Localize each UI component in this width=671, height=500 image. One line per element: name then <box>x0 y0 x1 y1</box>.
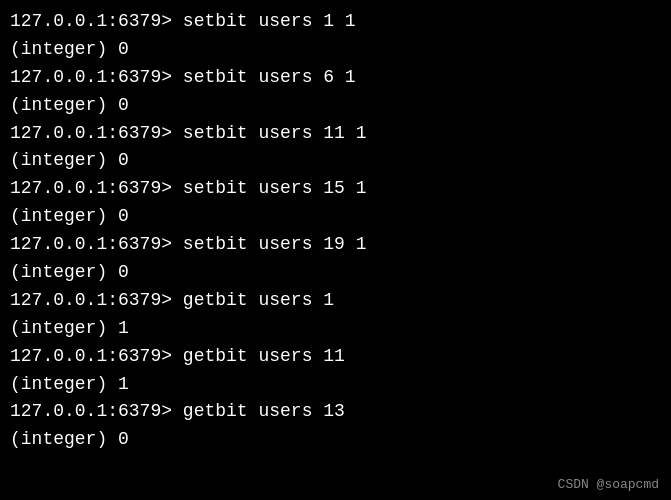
command-line: 127.0.0.1:6379> getbit users 13 <box>10 398 661 426</box>
result-line: (integer) 0 <box>10 259 661 287</box>
command-text: setbit users 19 1 <box>183 234 367 254</box>
command-text: setbit users 11 1 <box>183 123 367 143</box>
prompt: 127.0.0.1:6379> <box>10 346 183 366</box>
prompt: 127.0.0.1:6379> <box>10 401 183 421</box>
command-text: setbit users 15 1 <box>183 178 367 198</box>
command-line: 127.0.0.1:6379> getbit users 1 <box>10 287 661 315</box>
result-line: (integer) 0 <box>10 203 661 231</box>
command-text: getbit users 11 <box>183 346 345 366</box>
command-text: getbit users 13 <box>183 401 345 421</box>
prompt: 127.0.0.1:6379> <box>10 290 183 310</box>
command-line: 127.0.0.1:6379> setbit users 11 1 <box>10 120 661 148</box>
prompt: 127.0.0.1:6379> <box>10 123 183 143</box>
command-text: setbit users 1 1 <box>183 11 356 31</box>
command-text: getbit users 1 <box>183 290 334 310</box>
terminal-window[interactable]: 127.0.0.1:6379> setbit users 1 1(integer… <box>0 0 671 500</box>
result-line: (integer) 0 <box>10 147 661 175</box>
watermark: CSDN @soapcmd <box>558 477 659 492</box>
result-line: (integer) 1 <box>10 315 661 343</box>
result-line: (integer) 0 <box>10 92 661 120</box>
prompt: 127.0.0.1:6379> <box>10 11 183 31</box>
command-line: 127.0.0.1:6379> getbit users 11 <box>10 343 661 371</box>
command-line: 127.0.0.1:6379> setbit users 15 1 <box>10 175 661 203</box>
command-text: setbit users 6 1 <box>183 67 356 87</box>
result-line: (integer) 0 <box>10 426 661 454</box>
command-line: 127.0.0.1:6379> setbit users 19 1 <box>10 231 661 259</box>
result-line: (integer) 0 <box>10 36 661 64</box>
command-line: 127.0.0.1:6379> setbit users 6 1 <box>10 64 661 92</box>
prompt: 127.0.0.1:6379> <box>10 67 183 87</box>
result-line: (integer) 1 <box>10 371 661 399</box>
prompt: 127.0.0.1:6379> <box>10 234 183 254</box>
command-line: 127.0.0.1:6379> setbit users 1 1 <box>10 8 661 36</box>
prompt: 127.0.0.1:6379> <box>10 178 183 198</box>
